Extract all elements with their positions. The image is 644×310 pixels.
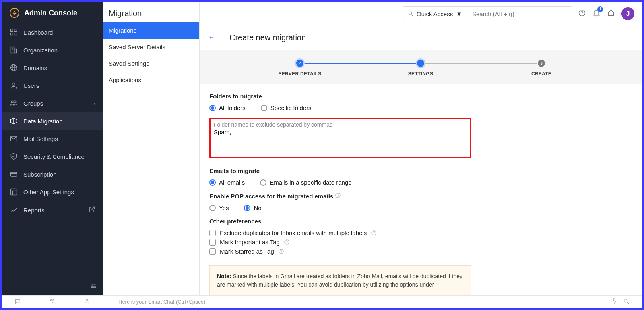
svg-rect-5 <box>14 49 17 53</box>
notification-badge: 1 <box>597 6 603 12</box>
avatar[interactable]: J <box>621 7 634 20</box>
sidebar-item-dashboard[interactable]: Dashboard <box>2 23 103 41</box>
subitem-applications[interactable]: Applications <box>103 72 199 88</box>
back-button[interactable] <box>208 31 222 44</box>
sidebar-item-label: Security & Compliance <box>23 153 85 160</box>
shield-icon <box>10 152 18 160</box>
step-number: 3 <box>540 61 543 66</box>
search-wrapper: Quick Access ▼ <box>402 6 572 21</box>
svg-line-24 <box>411 15 413 16</box>
radio-emails-range[interactable]: Emails in a specific date range <box>260 179 351 186</box>
step-dot-current-icon <box>417 60 424 67</box>
sidebar-item-reports[interactable]: Reports <box>2 201 103 220</box>
sidebar-item-label: Organization <box>23 47 58 54</box>
home-icon[interactable] <box>607 9 615 19</box>
exclude-folders-input[interactable]: Spam, <box>214 129 466 153</box>
radio-icon <box>244 205 250 211</box>
form-content: Folders to migrate All folders Specific … <box>200 84 642 295</box>
help-icon[interactable] <box>578 9 586 19</box>
brand-label: Admin Console <box>24 9 77 17</box>
footer-pin-icon[interactable] <box>611 298 617 306</box>
radio-icon <box>261 105 267 111</box>
help-icon[interactable] <box>278 248 284 254</box>
main: Quick Access ▼ 1 J Create new migration … <box>200 2 642 295</box>
svg-point-23 <box>409 12 411 15</box>
sidebar-item-groups[interactable]: Groups› <box>2 94 103 112</box>
step-dot-done-icon <box>296 60 303 67</box>
pop-title-text: Enable POP access for the migrated email… <box>209 193 333 200</box>
radio-icon <box>260 179 266 186</box>
svg-rect-4 <box>11 47 14 53</box>
radio-all-emails[interactable]: All emails <box>209 179 245 186</box>
page-header: Create new migration <box>200 25 642 50</box>
user-icon <box>10 81 18 89</box>
step-settings[interactable]: SETTINGS <box>360 60 481 77</box>
collapse-sidebar-button[interactable] <box>2 279 103 295</box>
sidebar-item-security[interactable]: Security & Compliance <box>2 148 103 165</box>
search-icon <box>408 11 413 17</box>
sidebar-item-label: Other App Settings <box>23 189 74 196</box>
radio-label: Specific folders <box>270 104 312 111</box>
radio-pop-yes[interactable]: Yes <box>209 204 229 211</box>
step-create[interactable]: 3CREATE <box>481 60 602 77</box>
subitem-label: Saved Settings <box>109 60 149 67</box>
radio-specific-folders[interactable]: Specific folders <box>261 104 312 111</box>
globe-icon <box>10 64 18 72</box>
sidebar-item-domains[interactable]: Domains <box>2 59 103 77</box>
sidebar-item-subscription[interactable]: Subscription <box>2 165 103 183</box>
sidebar-item-other-apps[interactable]: Other App Settings <box>2 183 103 201</box>
checkbox-label: Exclude duplicates for Inbox emails with… <box>220 229 367 236</box>
page-title: Create new migration <box>229 33 306 42</box>
svg-point-39 <box>624 299 627 302</box>
quick-access-dropdown[interactable]: Quick Access ▼ <box>403 7 467 21</box>
migration-icon <box>10 117 18 125</box>
checkbox-exclude-duplicates[interactable] <box>209 230 216 236</box>
footer-profile-icon[interactable] <box>84 298 90 306</box>
checkbox-mark-starred[interactable] <box>209 248 216 255</box>
search-input[interactable] <box>467 7 572 21</box>
external-link-icon <box>88 206 96 215</box>
sidebar-item-data-migration[interactable]: Data Migration <box>2 112 103 130</box>
step-label: SETTINGS <box>360 71 481 77</box>
exclude-folders-box: Folder names to exclude separated by com… <box>209 118 471 158</box>
sidebar-item-users[interactable]: Users <box>2 77 103 94</box>
svg-rect-17 <box>11 189 17 195</box>
building-icon <box>10 46 18 54</box>
help-icon[interactable] <box>284 239 290 245</box>
sidebar-item-organization[interactable]: Organization <box>2 41 103 59</box>
exclude-hint: Folder names to exclude separated by com… <box>214 121 466 128</box>
help-icon[interactable] <box>371 230 377 236</box>
mail-icon <box>10 135 18 143</box>
footer-contacts-icon[interactable] <box>49 298 56 306</box>
pop-section-title: Enable POP access for the migrated email… <box>209 192 632 200</box>
svg-point-12 <box>11 101 13 103</box>
smart-chat-placeholder[interactable]: Here is your Smart Chat (Ctrl+Space) <box>118 299 205 305</box>
subitem-migrations[interactable]: Migrations <box>103 22 199 39</box>
users-icon <box>10 99 18 107</box>
brand: ✲ Admin Console <box>2 2 103 23</box>
svg-point-37 <box>86 299 88 301</box>
step-server-details[interactable]: SERVER DETAILS <box>239 60 360 77</box>
checkbox-mark-important[interactable] <box>209 239 216 246</box>
brand-icon: ✲ <box>10 8 19 18</box>
sidebar-item-label: Users <box>23 82 39 89</box>
apps-icon <box>10 188 18 196</box>
caret-down-icon: ▼ <box>456 10 462 17</box>
sidebar-item-label: Reports <box>23 207 45 214</box>
footer-chat-icon[interactable] <box>14 298 21 306</box>
radio-label: Emails in a specific date range <box>270 179 351 186</box>
subitem-saved-server[interactable]: Saved Server Details <box>103 39 199 55</box>
radio-pop-no[interactable]: No <box>244 204 261 211</box>
footer-search-icon[interactable] <box>623 298 630 306</box>
radio-all-folders[interactable]: All folders <box>209 104 246 111</box>
checkbox-label: Mark Starred as Tag <box>220 248 274 255</box>
svg-point-30 <box>374 234 374 234</box>
sidebar-item-label: Groups <box>23 100 43 107</box>
subitem-saved-settings[interactable]: Saved Settings <box>103 55 199 72</box>
svg-point-34 <box>281 252 281 253</box>
notifications-button[interactable]: 1 <box>592 9 601 19</box>
step-dot-pending-icon: 3 <box>538 60 545 67</box>
sidebar-item-mail-settings[interactable]: Mail Settings <box>2 130 103 148</box>
avatar-initial: J <box>626 10 630 17</box>
help-icon[interactable] <box>335 192 341 198</box>
